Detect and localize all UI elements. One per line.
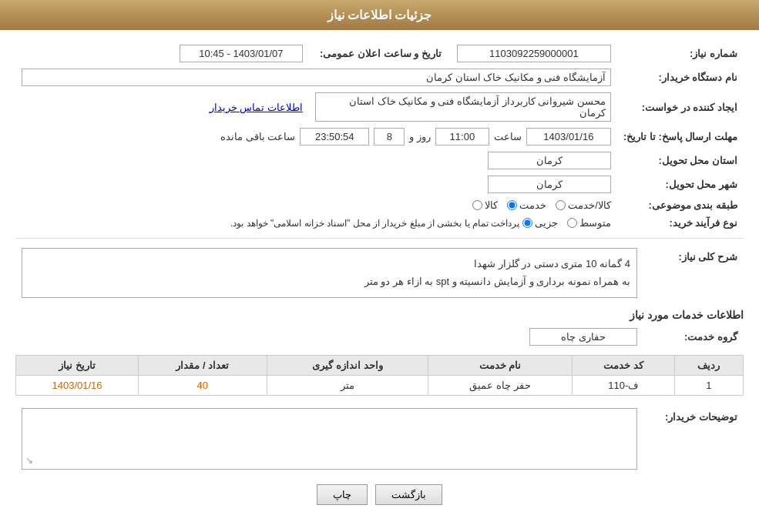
- city-value: کرمان: [488, 176, 611, 193]
- buyer-notes-box[interactable]: ↘: [22, 408, 637, 470]
- creator-label: ایجاد کننده در خواست:: [617, 89, 744, 125]
- deadline-remaining: 23:50:54: [300, 128, 369, 146]
- col-header-service-name: نام خدمت: [428, 355, 573, 375]
- cell-service-name: حفر چاه عمیق: [428, 375, 573, 395]
- deadline-day-label: روز و: [409, 131, 431, 142]
- category-option-khedmat-label: خدمت: [519, 199, 546, 211]
- description-text: 4 گمانه 10 متری دستی در گلزار شهدا به هم…: [22, 248, 637, 298]
- announcement-date-label: تاریخ و ساعت اعلان عمومی:: [309, 42, 448, 65]
- services-table: ردیف کد خدمت نام خدمت واحد اندازه گیری ت…: [15, 355, 744, 396]
- cell-service-code: ف-110: [572, 375, 674, 395]
- back-button[interactable]: بازگشت: [375, 484, 442, 505]
- category-option-kala-label: کالا: [485, 199, 498, 211]
- purchase-type-label: نوع فرآیند خرید:: [617, 214, 744, 232]
- page-title: جزئیات اطلاعات نیاز: [327, 8, 432, 22]
- deadline-days: 8: [374, 128, 405, 146]
- cell-quantity: 40: [139, 375, 267, 395]
- services-section-title: اطلاعات خدمات مورد نیاز: [15, 309, 744, 321]
- announcement-date-value: 1403/01/07 - 10:45: [180, 45, 303, 62]
- contact-link[interactable]: اطلاعات تماس خریدار: [210, 102, 303, 113]
- category-radio-group: کالا/خدمت خدمت کالا: [472, 199, 611, 211]
- description-line1: 4 گمانه 10 متری دستی در گلزار شهدا: [29, 255, 630, 273]
- buyer-notes-label: توضیحات خریدار:: [643, 405, 744, 473]
- description-label: شرح کلی نیاز:: [643, 245, 744, 301]
- cell-row-num: 1: [674, 375, 743, 395]
- col-header-service-code: کد خدمت: [572, 355, 674, 375]
- table-row: 1 ف-110 حفر چاه عمیق متر 40 1403/01/16: [16, 375, 744, 395]
- deadline-time: 11:00: [435, 128, 489, 146]
- col-header-quantity: تعداد / مقدار: [139, 355, 267, 375]
- col-header-row-num: ردیف: [674, 355, 743, 375]
- print-button[interactable]: چاپ: [317, 484, 368, 505]
- service-group-value: حفاری چاه: [529, 328, 637, 346]
- cell-unit: متر: [267, 375, 428, 395]
- buyer-org-label: نام دستگاه خریدار:: [617, 65, 744, 89]
- buyer-org-value: آزمایشگاه فنی و مکانیک خاک استان کرمان: [22, 69, 611, 86]
- category-option-kala-khedmat-label: کالا/خدمت: [568, 199, 611, 211]
- col-header-unit: واحد اندازه گیری: [267, 355, 428, 375]
- deadline-date: 1403/01/16: [526, 128, 611, 146]
- deadline-label: مهلت ارسال پاسخ: تا تاریخ:: [617, 125, 744, 149]
- purchase-type-motavasset-label: متوسط: [579, 217, 611, 229]
- description-line2: به همراه نمونه برداری و آزمایش دانسیته و…: [29, 273, 630, 290]
- creator-value: محسن شیروانی کاربرداز آزمایشگاه فنی و مک…: [315, 92, 611, 122]
- button-row: بازگشت چاپ: [15, 484, 744, 505]
- category-option-kala-khedmat[interactable]: کالا/خدمت: [556, 199, 611, 211]
- province-label: استان محل تحویل:: [617, 149, 744, 172]
- need-number-label: شماره نیاز:: [617, 42, 744, 65]
- page-header: جزئیات اطلاعات نیاز: [0, 0, 759, 30]
- deadline-time-label: ساعت: [494, 131, 522, 142]
- purchase-type-jozyi-label: جزیی: [535, 217, 558, 229]
- city-label: شهر محل تحویل:: [617, 172, 744, 196]
- deadline-remaining-label: ساعت باقی مانده: [220, 131, 295, 142]
- resize-icon: ↘: [25, 455, 33, 466]
- category-option-khedmat[interactable]: خدمت: [507, 199, 546, 211]
- need-number-value: 1103092259000001: [457, 45, 611, 62]
- purchase-type-note: پرداخت تمام یا بخشی از مبلغ خریدار از مح…: [230, 218, 519, 229]
- category-label: طبقه بندی موضوعی:: [617, 196, 744, 214]
- cell-date: 1403/01/16: [16, 375, 139, 395]
- purchase-type-jozyi[interactable]: جزیی: [522, 217, 558, 229]
- service-group-label: گروه خدمت:: [643, 325, 744, 349]
- province-value: کرمان: [488, 152, 611, 169]
- col-header-date: تاریخ نیاز: [16, 355, 139, 375]
- purchase-type-radio-group: متوسط جزیی: [522, 217, 611, 229]
- purchase-type-motavasset[interactable]: متوسط: [567, 217, 611, 229]
- category-option-kala[interactable]: کالا: [472, 199, 498, 211]
